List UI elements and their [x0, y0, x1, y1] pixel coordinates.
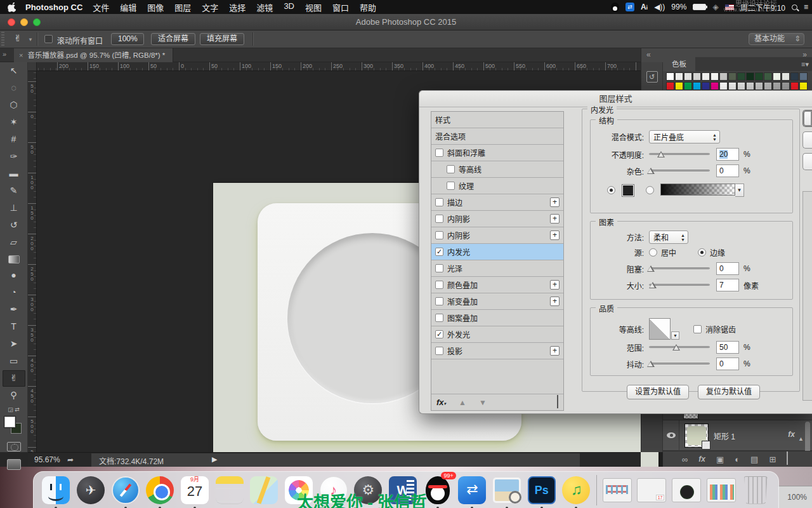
- teamviewer-status-icon[interactable]: ⇄: [625, 3, 634, 11]
- noise-value-field[interactable]: 0: [716, 164, 739, 177]
- menu-item[interactable]: 滤镜: [256, 1, 273, 13]
- add-effect-instance-icon[interactable]: +: [550, 280, 560, 290]
- range-slider[interactable]: [649, 343, 710, 352]
- menu-item[interactable]: 3D: [284, 1, 294, 13]
- menu-item[interactable]: 视图: [305, 1, 322, 13]
- shape-tool[interactable]: ▭: [3, 353, 25, 370]
- opacity-slider[interactable]: [649, 150, 710, 159]
- color-swatch[interactable]: [710, 82, 719, 90]
- dock-trash-icon[interactable]: [741, 476, 770, 505]
- effect-checkbox[interactable]: [435, 198, 443, 206]
- dock-safari-icon[interactable]: [111, 476, 140, 505]
- choke-value-field[interactable]: 0: [716, 262, 739, 275]
- blend-mode-select[interactable]: 正片叠底▲▼: [649, 130, 720, 144]
- style-list-item[interactable]: 描边+: [431, 194, 563, 211]
- style-list-item[interactable]: 光泽: [431, 260, 563, 277]
- marquee-tool[interactable]: ◌: [3, 80, 25, 97]
- style-list-item[interactable]: 内阴影+: [431, 211, 563, 227]
- color-swatch[interactable]: [693, 72, 701, 81]
- effect-checkbox[interactable]: [447, 182, 455, 190]
- effect-checkbox[interactable]: [435, 264, 443, 272]
- menu-item[interactable]: 文字: [202, 1, 218, 13]
- color-swatch[interactable]: [746, 72, 754, 81]
- add-effect-instance-icon[interactable]: +: [550, 297, 560, 306]
- color-swatch[interactable]: [675, 72, 683, 81]
- menu-item[interactable]: 图层: [174, 1, 191, 13]
- color-swatch[interactable]: [773, 82, 781, 90]
- collapse-panels-left-icon[interactable]: «: [646, 50, 651, 59]
- color-swatch[interactable]: [790, 82, 799, 90]
- color-swatch[interactable]: [719, 82, 728, 90]
- new-layer-icon[interactable]: ⊞: [769, 455, 776, 464]
- eyedropper-tool[interactable]: ✑: [3, 149, 25, 165]
- brush-tool[interactable]: ✎: [3, 183, 25, 199]
- swap-colors-icon[interactable]: ◲ ⇄: [6, 406, 22, 413]
- add-effect-instance-icon[interactable]: +: [550, 231, 560, 240]
- color-swatch[interactable]: [746, 82, 754, 90]
- move-tool[interactable]: ↖: [3, 63, 25, 79]
- dock-finder-icon[interactable]: [41, 476, 70, 505]
- swatches-tab[interactable]: 色板: [663, 57, 695, 71]
- minimized-window-1[interactable]: [603, 476, 632, 505]
- notification-center-icon[interactable]: ≡: [804, 3, 808, 11]
- zoom-100-button[interactable]: 100%: [111, 33, 144, 45]
- delete-layer-icon[interactable]: [787, 453, 788, 465]
- link-layers-icon[interactable]: ∞: [682, 455, 688, 464]
- minimized-window-3[interactable]: [672, 476, 701, 505]
- effect-checkbox[interactable]: [435, 281, 443, 289]
- style-list-item[interactable]: 投影+: [431, 343, 563, 359]
- style-list-item[interactable]: 颜色叠加+: [431, 277, 563, 293]
- color-swatch[interactable]: [728, 72, 737, 81]
- color-swatch[interactable]: [737, 72, 745, 81]
- dock-notes-icon[interactable]: [215, 476, 244, 505]
- color-swatch[interactable]: [773, 72, 781, 81]
- cancel-button-partial[interactable]: [802, 131, 812, 149]
- style-list-item[interactable]: 图案叠加: [431, 310, 563, 326]
- new-style-button-partial[interactable]: [802, 153, 812, 170]
- menu-item[interactable]: 选择: [229, 1, 246, 13]
- glow-gradient-bar[interactable]: [660, 184, 735, 196]
- adobe-status-icon[interactable]: Ai: [641, 3, 648, 11]
- magic-wand-tool[interactable]: ✶: [3, 114, 25, 131]
- move-effect-down-icon[interactable]: ▼: [479, 398, 487, 407]
- effect-checkbox[interactable]: ✓: [435, 248, 443, 256]
- menu-item[interactable]: 文件: [93, 1, 109, 13]
- delete-effect-icon[interactable]: [557, 397, 558, 408]
- contour-thumbnail[interactable]: [649, 318, 671, 340]
- color-swatch[interactable]: [799, 82, 808, 90]
- glow-color-radio[interactable]: [607, 186, 615, 194]
- input-language-flag-icon[interactable]: [725, 4, 734, 10]
- layer-mask-icon[interactable]: ▣: [716, 455, 724, 464]
- dock-maps-icon[interactable]: [249, 476, 278, 505]
- size-value-field[interactable]: 7: [716, 279, 739, 291]
- glow-color-swatch[interactable]: [622, 184, 634, 197]
- dock-chrome-icon[interactable]: [145, 476, 174, 505]
- style-list-item[interactable]: ✓外发光: [431, 326, 563, 343]
- color-swatch[interactable]: [737, 82, 745, 90]
- color-swatch[interactable]: [764, 82, 772, 90]
- blur-tool[interactable]: ●: [3, 267, 25, 284]
- source-edge-radio[interactable]: [698, 248, 706, 257]
- add-effect-icon[interactable]: fx▾: [436, 398, 446, 407]
- style-list-item[interactable]: 斜面和浮雕: [431, 145, 563, 161]
- antialias-checkbox[interactable]: [693, 325, 702, 333]
- color-swatch[interactable]: [790, 72, 799, 81]
- dock-photoshop-icon[interactable]: Ps: [527, 476, 556, 505]
- effect-checkbox[interactable]: [435, 314, 443, 322]
- eraser-tool[interactable]: ▱: [3, 234, 25, 251]
- jitter-value-field[interactable]: 0: [716, 358, 739, 370]
- fill-screen-button[interactable]: 填充屏幕: [200, 33, 244, 45]
- color-swatch[interactable]: [702, 72, 710, 81]
- qq-status-icon[interactable]: [611, 3, 619, 12]
- add-effect-instance-icon[interactable]: +: [550, 197, 560, 207]
- jitter-slider[interactable]: [649, 359, 710, 368]
- dock-qq-icon[interactable]: 99+: [423, 476, 452, 505]
- tool-preset-caret-icon[interactable]: ▼: [28, 37, 33, 43]
- choke-slider[interactable]: [649, 264, 710, 273]
- type-tool[interactable]: T: [3, 319, 25, 335]
- effect-checkbox[interactable]: [435, 297, 443, 305]
- size-slider[interactable]: [649, 281, 710, 290]
- set-default-button[interactable]: 设置为默认值: [627, 385, 689, 399]
- gradient-tool[interactable]: [8, 255, 20, 264]
- effect-checkbox[interactable]: [447, 165, 455, 173]
